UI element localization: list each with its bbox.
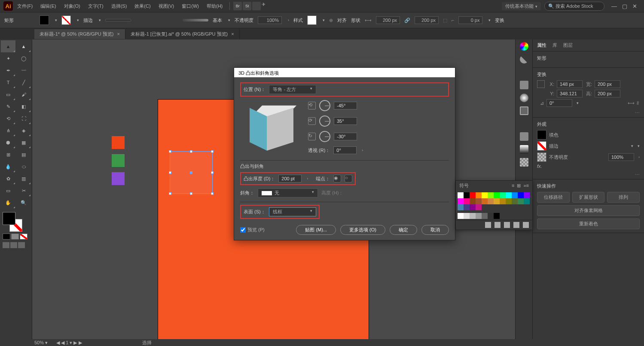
swatch-cell[interactable] bbox=[470, 192, 476, 198]
handle-tr[interactable] bbox=[211, 150, 214, 153]
swatch-cell[interactable] bbox=[488, 192, 494, 198]
close-button[interactable]: ✕ bbox=[632, 3, 637, 9]
lasso-tool[interactable]: ◯ bbox=[16, 52, 31, 64]
draw-behind[interactable] bbox=[10, 242, 17, 248]
menu-window[interactable]: 窗口(W) bbox=[178, 1, 202, 11]
stroke-swatch[interactable] bbox=[61, 15, 71, 25]
cap-off-icon[interactable]: ○ bbox=[345, 175, 352, 182]
swatch-cell[interactable] bbox=[512, 198, 518, 204]
sw-gray1[interactable] bbox=[464, 213, 470, 219]
opacity-swatch[interactable] bbox=[537, 152, 546, 162]
hand-tool[interactable]: ✋ bbox=[1, 197, 15, 209]
perspective-input[interactable]: 0° bbox=[333, 146, 357, 154]
pattern-swatch[interactable] bbox=[307, 15, 317, 25]
selection-tool[interactable]: ▲ bbox=[1, 40, 15, 52]
shape-builder-tool[interactable]: ⬢ bbox=[1, 137, 15, 149]
surface-dropdown[interactable]: 线框▾ bbox=[269, 207, 316, 216]
mesh-tool[interactable]: ⊞ bbox=[1, 149, 15, 161]
free-transform-tool[interactable]: ◈ bbox=[16, 124, 31, 137]
swatch-cell[interactable] bbox=[482, 192, 488, 198]
height-input[interactable]: 200 px bbox=[415, 16, 439, 24]
menu-help[interactable]: 帮助(H) bbox=[203, 1, 226, 11]
fill-swatch[interactable] bbox=[537, 130, 546, 140]
sw-black[interactable] bbox=[494, 213, 500, 219]
artboard-tool[interactable]: ▭ bbox=[1, 185, 15, 197]
magic-wand-tool[interactable]: ✦ bbox=[1, 52, 15, 64]
fill-mode[interactable] bbox=[3, 234, 10, 240]
bevel-dropdown[interactable]: 无▾ bbox=[258, 188, 318, 197]
expand-shape-button[interactable]: 扩展形状 bbox=[572, 192, 605, 203]
offset-path-button[interactable]: 位移路径 bbox=[537, 192, 570, 203]
corner-input[interactable]: 0 px bbox=[458, 16, 482, 24]
arrange-button[interactable]: 排列 bbox=[607, 192, 640, 203]
style-slider[interactable] bbox=[183, 19, 208, 21]
draw-normal[interactable] bbox=[3, 242, 9, 248]
sw-gray2[interactable] bbox=[470, 213, 476, 219]
tab-close-icon[interactable]: × bbox=[117, 31, 120, 36]
color-panel-icon[interactable] bbox=[520, 42, 528, 51]
swatch-cell[interactable] bbox=[500, 198, 506, 204]
none-mode[interactable] bbox=[20, 234, 27, 240]
rot-x-input[interactable]: -45° bbox=[334, 102, 357, 109]
symbol-sprayer-tool[interactable]: ✿ bbox=[1, 173, 15, 185]
opacity-input[interactable]: 100% bbox=[258, 16, 282, 24]
swatches-icon[interactable] bbox=[520, 81, 528, 89]
width-tool[interactable]: ⋔ bbox=[1, 124, 15, 137]
rot-y-dial[interactable] bbox=[319, 115, 330, 127]
direct-selection-tool[interactable]: ▲ bbox=[16, 40, 31, 52]
y-input[interactable]: 348.121 bbox=[557, 90, 583, 97]
sw-white[interactable] bbox=[458, 213, 464, 219]
line-tool[interactable]: ╱ bbox=[16, 76, 31, 88]
sw-gray5[interactable] bbox=[488, 213, 494, 219]
swatch-cell[interactable] bbox=[458, 198, 464, 204]
swatch-cell[interactable] bbox=[464, 204, 470, 210]
gpu-icon[interactable]: ✈ bbox=[262, 2, 270, 10]
handle-bl[interactable] bbox=[169, 192, 171, 195]
menu-object[interactable]: 对象(O) bbox=[61, 1, 84, 11]
pen-tool[interactable]: ✒ bbox=[1, 64, 15, 76]
position-dropdown[interactable]: 等角 - 左方▾ bbox=[269, 85, 316, 94]
transparency-panel-icon[interactable] bbox=[520, 158, 528, 167]
fx-label[interactable]: fx. bbox=[537, 164, 542, 169]
workspace-dropdown[interactable]: 传统基本功能▾ bbox=[502, 2, 541, 10]
swatch-cell[interactable] bbox=[512, 192, 518, 198]
doc-tab-active[interactable]: 未标题-1* @ 50% (RGB/GPU 预览) × bbox=[34, 29, 125, 39]
color-guide-icon[interactable] bbox=[520, 55, 528, 64]
handle-br[interactable] bbox=[211, 192, 214, 195]
menu-file[interactable]: 文件(F) bbox=[14, 1, 36, 11]
blend-tool[interactable]: ⬭ bbox=[16, 161, 31, 173]
symbols-icon[interactable] bbox=[520, 106, 528, 115]
stroke-swatch[interactable] bbox=[537, 141, 546, 151]
graph-tool[interactable]: ▥ bbox=[16, 173, 31, 185]
tab-properties[interactable]: 属性 bbox=[537, 42, 546, 49]
swatch-cell[interactable] bbox=[524, 192, 530, 198]
stroke-weight-dropdown[interactable] bbox=[105, 19, 131, 21]
sw-new-icon[interactable] bbox=[513, 222, 519, 228]
swatch-cell[interactable] bbox=[518, 198, 524, 204]
pixel-align-button[interactable]: 对齐像素网格 bbox=[537, 205, 640, 216]
width-input[interactable]: 200 px bbox=[376, 16, 400, 24]
sw-group-icon[interactable] bbox=[504, 222, 510, 228]
rot-y-input[interactable]: 35° bbox=[334, 117, 357, 125]
curvature-tool[interactable]: 〰 bbox=[16, 64, 31, 76]
gradient-tool[interactable]: ▤ bbox=[16, 149, 31, 161]
cap-on-icon[interactable]: ◉ bbox=[333, 175, 341, 182]
rot-z-input[interactable]: -30° bbox=[334, 133, 357, 140]
gradient-mode[interactable] bbox=[11, 234, 19, 240]
tab-layers[interactable]: 图层 bbox=[563, 42, 573, 49]
slice-tool[interactable]: ✂ bbox=[16, 185, 31, 197]
minimize-button[interactable]: — bbox=[611, 3, 617, 9]
fg-color[interactable] bbox=[3, 212, 15, 225]
fg-bg-swatch[interactable] bbox=[3, 212, 22, 232]
menu-type[interactable]: 文字(T) bbox=[85, 1, 107, 11]
swatch-cell[interactable] bbox=[506, 192, 512, 198]
maximize-button[interactable]: ▢ bbox=[622, 3, 627, 9]
ref-point-icon[interactable] bbox=[537, 80, 545, 88]
map-art-button[interactable]: 贴图 (M)... bbox=[296, 225, 336, 235]
rot-z-dial[interactable] bbox=[319, 131, 330, 142]
opacity-input[interactable]: 100% bbox=[608, 153, 634, 161]
zoom-tool[interactable]: 🔍 bbox=[16, 197, 31, 209]
brush-tool[interactable]: 🖌 bbox=[16, 88, 31, 100]
swatch-cell[interactable] bbox=[476, 204, 482, 210]
zoom-display[interactable]: 50% ▾ bbox=[34, 340, 48, 346]
